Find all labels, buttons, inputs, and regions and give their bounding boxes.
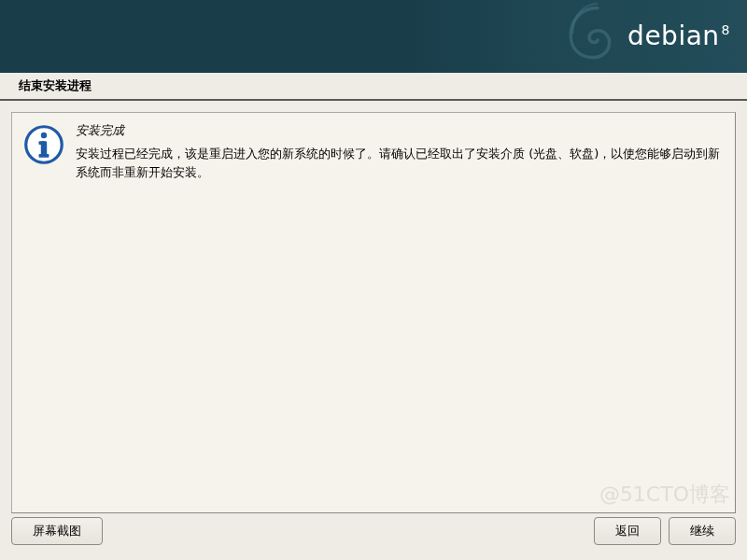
content-panel: 安装完成 安装过程已经完成，该是重启进入您的新系统的时候了。请确认已经取出了安装… xyxy=(11,112,736,513)
step-header: 结束安装进程 xyxy=(0,73,747,101)
brand-logo-text: debian8 xyxy=(627,21,728,51)
message-title: 安装完成 xyxy=(76,122,724,139)
main-area: 安装完成 安装过程已经完成，该是重启进入您的新系统的时候了。请确认已经取出了安装… xyxy=(0,101,747,525)
screenshot-button[interactable]: 屏幕截图 xyxy=(11,517,103,545)
step-title: 结束安装进程 xyxy=(19,77,92,94)
bottom-bar: 屏幕截图 返回 继续 xyxy=(11,517,736,545)
brand-version: 8 xyxy=(722,22,730,37)
brand-name: debian xyxy=(627,21,719,51)
back-button[interactable]: 返回 xyxy=(594,517,661,545)
installer-banner: debian8 xyxy=(0,0,747,73)
svg-rect-3 xyxy=(39,141,45,145)
continue-button[interactable]: 继续 xyxy=(669,517,736,545)
svg-rect-4 xyxy=(39,154,49,158)
svg-point-1 xyxy=(41,133,47,138)
message-block: 安装完成 安装过程已经完成，该是重启进入您的新系统的时候了。请确认已经取出了安装… xyxy=(76,122,724,181)
info-icon xyxy=(23,124,64,168)
nav-buttons: 返回 继续 xyxy=(594,517,736,545)
message-body: 安装过程已经完成，该是重启进入您的新系统的时候了。请确认已经取出了安装介质 (光… xyxy=(76,145,724,181)
